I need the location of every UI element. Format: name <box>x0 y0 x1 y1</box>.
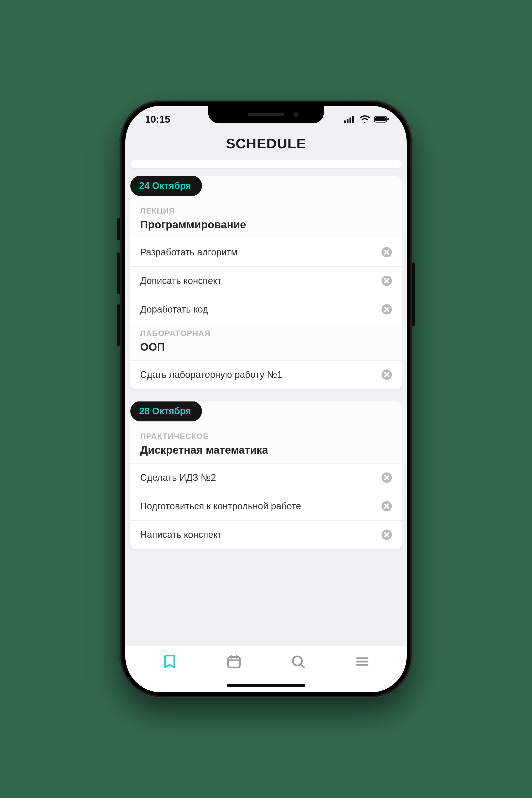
task-row[interactable]: Дописать конспект <box>130 266 402 295</box>
delete-task-button[interactable] <box>381 247 392 258</box>
front-camera <box>293 111 299 117</box>
status-time: 10:15 <box>145 114 170 125</box>
class-header[interactable]: ЛАБОРАТОРНАЯ ООП <box>130 323 402 360</box>
date-label: 28 Октября <box>139 406 191 416</box>
task-label: Сделать ИДЗ №2 <box>140 472 216 483</box>
svg-rect-1 <box>347 119 348 123</box>
tab-menu[interactable] <box>355 654 370 669</box>
class-type: ЛАБОРАТОРНАЯ <box>140 329 392 338</box>
task-row[interactable]: Разработать алгоритм <box>130 238 402 266</box>
task-label: Разработать алгоритм <box>140 247 238 258</box>
svg-rect-2 <box>349 117 351 123</box>
phone-volume-down <box>117 304 120 346</box>
battery-icon <box>374 115 390 123</box>
phone-volume-up <box>117 252 120 294</box>
task-label: Дописать конспект <box>140 276 222 286</box>
delete-task-button[interactable] <box>381 275 392 286</box>
screen: 10:15 <box>125 106 407 692</box>
class-title: Дискретная математика <box>140 444 392 456</box>
tab-bar <box>125 646 407 692</box>
date-pill[interactable]: 28 Октября <box>130 401 202 421</box>
date-label: 24 Октября <box>139 180 191 191</box>
class-type: ЛЕКЦИЯ <box>140 206 392 215</box>
date-pill[interactable]: 24 Октября <box>130 176 202 196</box>
class-type: ПРАКТИЧЕСКОЕ <box>140 432 392 441</box>
svg-rect-3 <box>352 116 354 123</box>
task-row[interactable]: Сделать ИДЗ №2 <box>130 463 402 492</box>
delete-task-button[interactable] <box>381 304 392 315</box>
class-header[interactable]: ПРАКТИЧЕСКОЕ Дискретная математика <box>130 426 402 463</box>
class-title: ООП <box>140 341 392 353</box>
day-card: 24 Октября ЛЕКЦИЯ Программирование Разра… <box>130 176 402 389</box>
svg-rect-0 <box>344 120 346 123</box>
delete-task-button[interactable] <box>381 472 392 483</box>
svg-rect-14 <box>228 657 240 667</box>
schedule-list[interactable]: 24 Октября ЛЕКЦИЯ Программирование Разра… <box>125 160 407 646</box>
task-label: Подготовиться к контрольной работе <box>140 501 301 512</box>
phone-power-button <box>412 262 415 326</box>
home-indicator[interactable] <box>227 684 305 687</box>
task-row[interactable]: Сдать лабораторную работу №1 <box>130 360 402 389</box>
wifi-icon <box>359 115 370 123</box>
task-row[interactable]: Написать конспект <box>130 520 402 549</box>
svg-rect-6 <box>387 118 389 120</box>
task-label: Написать конспект <box>140 530 222 540</box>
speaker-grille <box>248 113 284 116</box>
cellular-icon <box>344 115 356 123</box>
app-header: SCHEDULE <box>125 133 407 160</box>
tab-search[interactable] <box>290 654 306 669</box>
task-row[interactable]: Доработать код <box>130 295 402 323</box>
svg-rect-5 <box>375 117 386 121</box>
tab-calendar[interactable] <box>226 654 242 669</box>
delete-task-button[interactable] <box>381 500 392 512</box>
notch <box>208 106 324 124</box>
day-card: 28 Октября ПРАКТИЧЕСКОЕ Дискретная матем… <box>130 401 402 549</box>
previous-card-edge <box>130 160 402 168</box>
class-title: Программирование <box>140 218 392 231</box>
task-label: Сдать лабораторную работу №1 <box>140 369 282 380</box>
page-title: SCHEDULE <box>125 136 407 151</box>
delete-task-button[interactable] <box>381 529 392 540</box>
phone-side-button <box>117 218 120 240</box>
tab-bookmarks[interactable] <box>162 654 177 669</box>
task-row[interactable]: Подготовиться к контрольной работе <box>130 492 402 520</box>
phone-frame: 10:15 <box>119 100 413 698</box>
delete-task-button[interactable] <box>381 369 392 380</box>
task-label: Доработать код <box>140 304 208 315</box>
class-header[interactable]: ЛЕКЦИЯ Программирование <box>130 201 402 238</box>
